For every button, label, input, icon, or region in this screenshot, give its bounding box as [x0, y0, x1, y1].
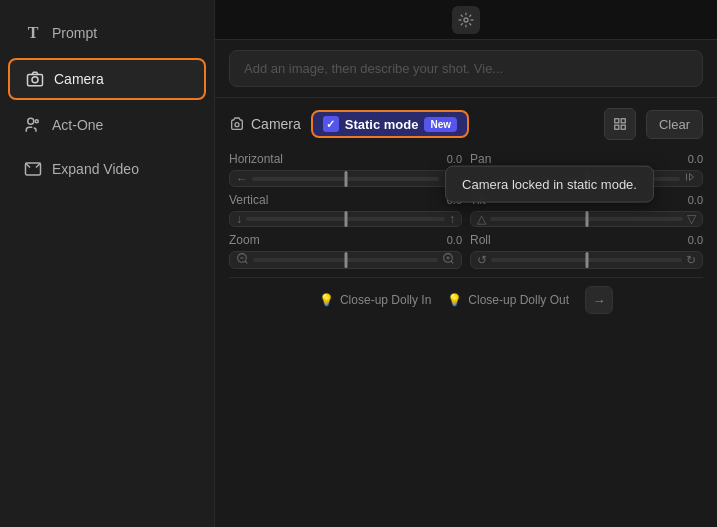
zoom-thumb: [344, 252, 347, 268]
prompt-icon: T: [24, 24, 42, 42]
svg-rect-10: [615, 125, 619, 129]
vertical-label: Vertical: [229, 193, 289, 207]
svg-line-15: [245, 261, 247, 263]
sidebar-item-label: Camera: [54, 71, 104, 87]
pan-value: 0.0: [675, 153, 703, 165]
act-one-icon: [24, 116, 42, 134]
zoom-value: 0.0: [434, 234, 462, 246]
preset-button[interactable]: [604, 108, 636, 140]
horizontal-thumb: [344, 171, 347, 187]
prompt-input[interactable]: Add an image, then describe your shot. V…: [229, 50, 703, 87]
tilt-left-icon: △: [477, 212, 486, 226]
tilt-track: [490, 217, 683, 221]
svg-point-2: [28, 118, 34, 124]
pan-label: Pan: [470, 152, 530, 166]
camera-icon: [26, 70, 44, 88]
vertical-left-icon: ↓: [236, 212, 242, 226]
dual-control-row-2: Vertical 0.0 ↓ ↑ Tilt 0.0: [229, 193, 703, 227]
bulb-icon-1: 💡: [319, 293, 334, 307]
camera-section-label: Camera: [251, 116, 301, 132]
pan-right-icon: [684, 171, 696, 186]
zoom-control: Zoom 0.0: [229, 233, 462, 269]
clear-button[interactable]: Clear: [646, 110, 703, 139]
zoom-label: Zoom: [229, 233, 289, 247]
suggestion-dolly-out-label: Close-up Dolly Out: [468, 293, 569, 307]
camera-section: Camera ✓ Static mode New Clear: [215, 98, 717, 527]
tilt-slider[interactable]: △ ▽: [470, 211, 703, 227]
tooltip-text: Camera locked in static mode.: [462, 177, 637, 192]
sidebar-item-expand-video[interactable]: Expand Video: [8, 150, 206, 188]
roll-track: [491, 258, 682, 262]
sidebar-item-label: Act-One: [52, 117, 103, 133]
svg-point-6: [235, 123, 239, 127]
svg-point-1: [32, 77, 38, 83]
vertical-control: Vertical 0.0 ↓ ↑: [229, 193, 462, 227]
roll-label: Roll: [470, 233, 530, 247]
roll-thumb: [585, 252, 588, 268]
suggestion-dolly-in-label: Close-up Dolly In: [340, 293, 431, 307]
svg-line-18: [451, 261, 453, 263]
vertical-thumb: [344, 211, 347, 227]
controls-grid: Horizontal 0.0 ← → Pan 0.0: [229, 152, 703, 269]
dual-control-row-3: Zoom 0.0: [229, 233, 703, 269]
sidebar-item-act-one[interactable]: Act-One: [8, 106, 206, 144]
static-mode-label: Static mode: [345, 117, 419, 132]
horizontal-slider[interactable]: ← →: [229, 170, 462, 187]
static-mode-checkbox[interactable]: ✓: [323, 116, 339, 132]
roll-right-icon: ↻: [686, 253, 696, 267]
bulb-icon-2: 💡: [447, 293, 462, 307]
sidebar-item-label: Expand Video: [52, 161, 139, 177]
arrow-right-icon: →: [593, 293, 606, 308]
suggestion-dolly-out[interactable]: 💡 Close-up Dolly Out: [447, 293, 569, 307]
tilt-thumb: [585, 211, 588, 227]
camera-header: Camera ✓ Static mode New Clear: [229, 108, 703, 140]
video-icon: [452, 6, 480, 34]
prompt-placeholder: Add an image, then describe your shot. V…: [244, 61, 503, 76]
horizontal-left-icon: ←: [236, 172, 248, 186]
svg-marker-12: [690, 174, 694, 181]
tilt-right-icon: ▽: [687, 212, 696, 226]
prompt-area: Add an image, then describe your shot. V…: [215, 40, 717, 98]
horizontal-value: 0.0: [434, 153, 462, 165]
vertical-slider[interactable]: ↓ ↑: [229, 211, 462, 227]
tilt-value: 0.0: [675, 194, 703, 206]
next-suggestions-button[interactable]: →: [585, 286, 613, 314]
bottom-suggestions-bar: 💡 Close-up Dolly In 💡 Close-up Dolly Out…: [229, 277, 703, 322]
zoom-in-icon: [442, 252, 455, 268]
roll-slider[interactable]: ↺ ↻: [470, 251, 703, 269]
sidebar-item-camera[interactable]: Camera: [8, 58, 206, 100]
static-mode-tooltip: Camera locked in static mode.: [445, 166, 654, 203]
svg-point-5: [464, 18, 468, 22]
expand-video-icon: [24, 160, 42, 178]
roll-left-icon: ↺: [477, 253, 487, 267]
zoom-out-icon: [236, 252, 249, 268]
static-mode-badge[interactable]: ✓ Static mode New: [311, 110, 469, 138]
sidebar-item-prompt[interactable]: T Prompt: [8, 14, 206, 52]
vertical-track: [246, 217, 445, 221]
svg-rect-8: [621, 119, 625, 123]
preset-icon: [613, 117, 627, 131]
svg-point-3: [35, 120, 38, 123]
roll-control: Roll 0.0 ↺ ↻: [470, 233, 703, 269]
svg-rect-7: [615, 119, 619, 123]
camera-label: Camera: [229, 116, 301, 132]
horizontal-track: [252, 177, 439, 181]
new-badge: New: [424, 117, 457, 132]
roll-value: 0.0: [675, 234, 703, 246]
zoom-track: [253, 258, 438, 262]
video-preview-area: [215, 0, 717, 40]
horizontal-label: Horizontal: [229, 152, 289, 166]
suggestion-dolly-in[interactable]: 💡 Close-up Dolly In: [319, 293, 431, 307]
svg-rect-9: [621, 125, 625, 129]
clear-label: Clear: [659, 117, 690, 132]
vertical-right-icon: ↑: [449, 212, 455, 226]
zoom-slider[interactable]: [229, 251, 462, 269]
main-content: Add an image, then describe your shot. V…: [215, 0, 717, 527]
sidebar-item-label: Prompt: [52, 25, 97, 41]
camera-section-icon: [229, 116, 245, 132]
sidebar: T Prompt Camera Act-One: [0, 0, 215, 527]
horizontal-control: Horizontal 0.0 ← →: [229, 152, 462, 187]
